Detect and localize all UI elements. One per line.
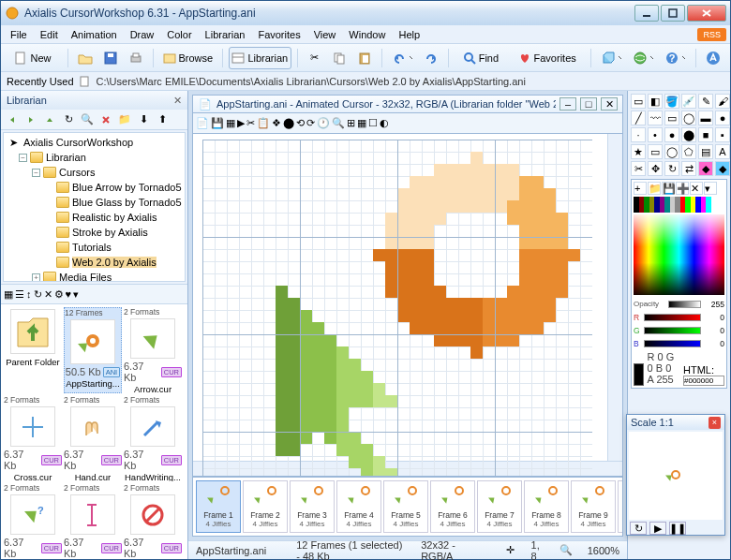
- menu-animation[interactable]: Animation: [66, 27, 123, 42]
- recently-used-path[interactable]: C:\Users\Marc EMILE\Documents\Axialis Li…: [97, 76, 724, 87]
- effect-1[interactable]: ◆: [698, 161, 713, 176]
- close-button[interactable]: [687, 5, 726, 22]
- pal-more[interactable]: ▾: [704, 182, 717, 195]
- thumbnail-item[interactable]: 2 Formats?6.37 KbCURHelp.cur: [4, 483, 62, 559]
- scale-close[interactable]: ×: [709, 417, 721, 429]
- size-2[interactable]: •: [648, 127, 663, 142]
- redo-button[interactable]: [420, 47, 442, 69]
- globe-button[interactable]: [629, 47, 658, 69]
- color-gradient[interactable]: [634, 214, 724, 295]
- doc-tool[interactable]: ✂: [246, 117, 255, 129]
- foreground-color[interactable]: [634, 363, 644, 386]
- shape-circle[interactable]: ◯: [664, 144, 679, 159]
- thumbnail-item[interactable]: 2 Formats6.37 KbCURCross.cur: [4, 395, 62, 481]
- menu-draw[interactable]: Draw: [125, 27, 160, 42]
- shape-star[interactable]: ★: [631, 144, 646, 159]
- undo-button[interactable]: [388, 47, 417, 69]
- frame-item[interactable]: Frame 24 Jiffies: [243, 480, 288, 533]
- lib-new-folder[interactable]: 📁: [116, 111, 133, 128]
- frame-item[interactable]: Frame 34 Jiffies: [290, 480, 335, 533]
- shape-rect[interactable]: ▭: [648, 144, 663, 159]
- blue-slider[interactable]: [644, 340, 701, 347]
- pal-new[interactable]: +: [634, 182, 647, 195]
- frame-item[interactable]: Frame 74 Jiffies: [477, 480, 522, 533]
- lib-nav-fwd[interactable]: [22, 111, 39, 128]
- frames-strip[interactable]: Frame 14 JiffiesFrame 24 JiffiesFrame 34…: [192, 477, 623, 537]
- fill-tool[interactable]: 🪣: [664, 94, 679, 109]
- paste-button[interactable]: [353, 47, 376, 69]
- effect-2[interactable]: ◆: [715, 161, 730, 176]
- tree-node[interactable]: Blue Arrow by Tornado5: [6, 180, 183, 195]
- doc-close[interactable]: ✕: [601, 97, 618, 111]
- tree-node[interactable]: Blue Glass by Tornado5: [6, 195, 183, 210]
- doc-minimize[interactable]: –: [559, 97, 576, 111]
- cut-button[interactable]: ✂: [303, 47, 325, 69]
- frame-item[interactable]: Frame 14 Jiffies: [196, 480, 241, 533]
- menu-window[interactable]: Window: [343, 27, 391, 42]
- copy-button[interactable]: [328, 47, 351, 69]
- rect-tool[interactable]: ▭: [664, 111, 679, 125]
- menu-view[interactable]: View: [308, 27, 342, 42]
- frame-item[interactable]: Frame 94 Jiffies: [571, 480, 616, 533]
- doc-tool[interactable]: 📄: [196, 117, 209, 129]
- curve-tool[interactable]: 〰: [648, 111, 663, 125]
- axialis-button[interactable]: [702, 47, 724, 69]
- tree-node[interactable]: Realistic by Axialis: [6, 210, 183, 225]
- maximize-button[interactable]: [661, 5, 685, 22]
- pencil-tool[interactable]: ✎: [698, 94, 713, 109]
- pal-add[interactable]: ➕: [676, 182, 689, 195]
- menu-help[interactable]: Help: [393, 27, 425, 42]
- html-color-input[interactable]: [683, 376, 724, 386]
- ellipse-tool[interactable]: ◯: [681, 111, 696, 125]
- save-button[interactable]: [99, 47, 122, 69]
- rss-badge[interactable]: RSS: [697, 28, 726, 41]
- doc-tool[interactable]: ◐: [380, 117, 389, 129]
- pal-del[interactable]: ✕: [690, 182, 703, 195]
- tree-node[interactable]: Tutorials: [6, 240, 183, 255]
- lib-search[interactable]: 🔍: [79, 111, 96, 128]
- scale-loop[interactable]: ↻: [630, 522, 647, 535]
- shape-poly[interactable]: ⬠: [681, 144, 696, 159]
- thumbnail-item[interactable]: 2 Formats6.37 KbCURHand.cur: [64, 395, 122, 481]
- thumb-sort[interactable]: ↕: [26, 288, 32, 300]
- menu-color[interactable]: Color: [161, 27, 197, 42]
- doc-maximize[interactable]: □: [580, 97, 597, 111]
- frame-item[interactable]: Frame 44 Jiffies: [336, 480, 381, 533]
- librarian-tree[interactable]: ➤Axialis CursorWorkshop −Librarian −Curs…: [3, 132, 186, 282]
- doc-tool[interactable]: ☐: [368, 117, 378, 129]
- new-button[interactable]: New: [7, 47, 62, 69]
- rotate-tool[interactable]: ↻: [664, 161, 679, 176]
- size-5[interactable]: ■: [698, 127, 713, 142]
- doc-tool[interactable]: ▦: [357, 117, 366, 129]
- thumbnail-grid[interactable]: Parent Folder12 Frames50.5 KbANIAppStart…: [1, 304, 187, 559]
- lib-refresh[interactable]: ↻: [60, 111, 77, 128]
- tool-btn-1[interactable]: [597, 47, 626, 69]
- picker-tool[interactable]: 💉: [681, 94, 696, 109]
- find-button[interactable]: Find: [455, 47, 509, 69]
- lib-up[interactable]: [41, 111, 58, 128]
- librarian-button[interactable]: Librarian: [229, 47, 291, 69]
- frame-item[interactable]: Frame 84 Jiffies: [524, 480, 569, 533]
- flip-tool[interactable]: ⇄: [681, 161, 696, 176]
- thumb-delete[interactable]: ✕: [44, 288, 52, 301]
- eraser-tool[interactable]: ◧: [648, 94, 663, 109]
- minimize-button[interactable]: [634, 5, 659, 22]
- text-tool[interactable]: A: [715, 144, 730, 159]
- size-4[interactable]: ⬤: [681, 127, 696, 142]
- color-swatches[interactable]: [634, 197, 724, 213]
- thumb-fav[interactable]: ♥: [66, 288, 72, 300]
- thumb-refresh[interactable]: ↻: [34, 288, 42, 301]
- frame-item[interactable]: Frame 104 Jiffies: [618, 480, 623, 533]
- lib-import[interactable]: ⬇: [135, 111, 152, 128]
- filled-ellipse-tool[interactable]: ●: [715, 111, 730, 125]
- doc-tool[interactable]: 🕐: [317, 117, 330, 129]
- doc-tool[interactable]: ⊞: [347, 117, 355, 129]
- size-1[interactable]: ·: [631, 127, 646, 142]
- thumbnail-item[interactable]: 2 Formats6.37 KbCURNo.cur: [124, 483, 182, 559]
- open-button[interactable]: [74, 47, 97, 69]
- red-slider[interactable]: [644, 314, 701, 321]
- close-panel-button[interactable]: ✕: [173, 95, 182, 107]
- color-swatch[interactable]: [711, 207, 717, 213]
- crop-tool[interactable]: ✂: [631, 161, 646, 176]
- doc-tool[interactable]: ▦: [226, 117, 235, 129]
